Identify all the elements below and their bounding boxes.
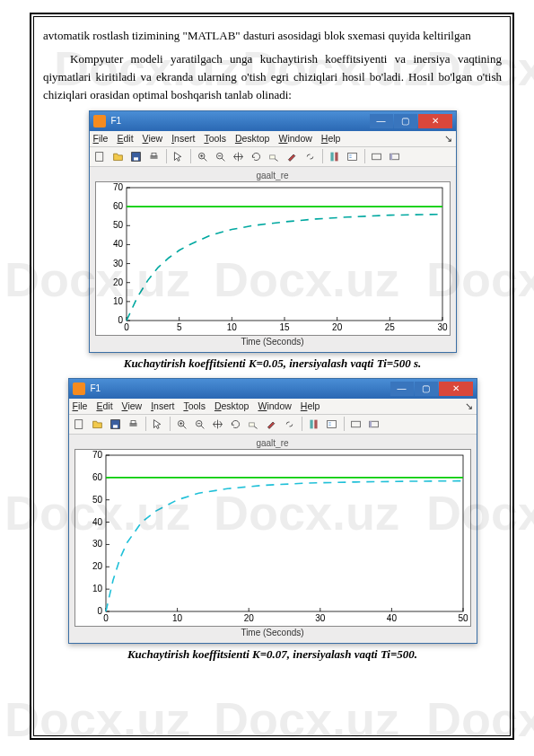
window-title: F1: [111, 116, 122, 126]
open-icon[interactable]: [90, 416, 106, 432]
svg-text:30: 30: [112, 258, 123, 268]
legend-icon[interactable]: [345, 148, 361, 164]
colorbar-icon[interactable]: [327, 148, 343, 164]
show-tools-icon[interactable]: [387, 148, 403, 164]
minimize-button[interactable]: —: [370, 114, 393, 128]
minimize-button[interactable]: —: [390, 382, 414, 396]
svg-rect-13: [390, 154, 392, 160]
link-icon[interactable]: [302, 148, 319, 164]
link-icon[interactable]: [282, 416, 298, 432]
menu-desktop[interactable]: Desktop: [235, 133, 270, 144]
menu-file[interactable]: File: [93, 133, 109, 144]
menu-desktop[interactable]: Desktop: [214, 400, 249, 411]
svg-text:20: 20: [332, 322, 343, 332]
menu-insert[interactable]: Insert: [151, 400, 174, 411]
hide-tools-icon[interactable]: [369, 148, 385, 164]
svg-text:70: 70: [112, 182, 123, 192]
paragraph: avtomatik rostlash tizimining "MATLAB" d…: [43, 27, 502, 45]
hide-tools-icon[interactable]: [348, 416, 364, 432]
toolbar: [90, 147, 456, 167]
svg-text:15: 15: [279, 322, 290, 332]
rotate-icon[interactable]: [228, 416, 244, 432]
svg-rect-10: [348, 153, 357, 160]
svg-rect-8: [330, 152, 333, 161]
close-button[interactable]: ✕: [439, 382, 473, 396]
svg-text:0: 0: [124, 322, 129, 332]
svg-rect-7: [270, 154, 276, 158]
help-icon[interactable]: ↘: [465, 400, 473, 412]
svg-rect-0: [96, 152, 103, 161]
menu-file[interactable]: File: [73, 400, 88, 411]
paragraph: Kompyuter modeli yaratilgach unga kuchay…: [43, 50, 502, 104]
menu-view[interactable]: View: [122, 400, 143, 411]
figure-caption: Kuchaytirish koeffitsienti K=0.07, iners…: [43, 647, 502, 662]
data-cursor-icon[interactable]: [267, 148, 283, 164]
colorbar-icon[interactable]: [306, 416, 322, 432]
zoom-in-icon[interactable]: [174, 416, 190, 432]
brush-icon[interactable]: [264, 416, 280, 432]
plot-title: gaalt_re: [74, 438, 471, 448]
svg-text:5: 5: [176, 322, 181, 332]
save-icon[interactable]: [108, 416, 124, 432]
show-tools-icon[interactable]: [366, 416, 382, 432]
pointer-icon[interactable]: [171, 148, 187, 164]
x-axis-label: Time (Seconds): [74, 628, 471, 637]
menu-help[interactable]: Help: [321, 133, 341, 144]
legend-icon[interactable]: [324, 416, 340, 432]
save-icon[interactable]: [128, 148, 144, 164]
svg-text:20: 20: [92, 561, 102, 571]
plot-container: gaalt_re 01020304050010203040506070 Time…: [69, 435, 477, 643]
titlebar[interactable]: F1 — ▢ ✕: [69, 379, 477, 399]
maximize-button[interactable]: ▢: [394, 114, 417, 128]
menu-tools[interactable]: Tools: [183, 400, 206, 411]
svg-text:20: 20: [243, 613, 254, 623]
new-figure-icon[interactable]: [72, 416, 88, 432]
titlebar[interactable]: F1 — ▢ ✕: [90, 111, 456, 131]
menu-view[interactable]: View: [143, 133, 163, 144]
zoom-out-icon[interactable]: [192, 416, 208, 432]
new-figure-icon[interactable]: [92, 148, 109, 164]
menu-window[interactable]: Window: [258, 400, 291, 411]
svg-rect-2: [134, 157, 138, 160]
menu-insert[interactable]: Insert: [171, 133, 195, 144]
plot-container: gaalt_re 051015202530010203040506070 Tim…: [90, 167, 456, 352]
toolbar: [69, 415, 477, 435]
brush-icon[interactable]: [285, 148, 301, 164]
svg-text:70: 70: [92, 450, 102, 460]
svg-text:30: 30: [92, 539, 102, 549]
svg-rect-53: [310, 419, 312, 428]
pan-icon[interactable]: [231, 148, 247, 164]
menu-edit[interactable]: Edit: [117, 133, 133, 144]
svg-text:0: 0: [97, 606, 102, 616]
open-icon[interactable]: [110, 148, 127, 164]
rotate-icon[interactable]: [249, 148, 265, 164]
print-icon[interactable]: [126, 416, 142, 432]
help-icon[interactable]: ↘: [444, 133, 452, 145]
close-button[interactable]: ✕: [418, 114, 452, 128]
svg-text:40: 40: [92, 516, 102, 526]
svg-text:60: 60: [112, 201, 123, 211]
menu-edit[interactable]: Edit: [96, 400, 112, 411]
pan-icon[interactable]: [210, 416, 226, 432]
plot-axes[interactable]: 01020304050010203040506070: [74, 449, 471, 627]
menu-window[interactable]: Window: [278, 133, 311, 144]
menubar: File Edit View Insert Tools Desktop Wind…: [90, 131, 456, 147]
matlab-icon: [93, 115, 106, 127]
matlab-figure-window: F1 — ▢ ✕ File Edit View Insert Tools Des…: [68, 378, 477, 644]
menu-help[interactable]: Help: [301, 400, 320, 411]
svg-text:30: 30: [315, 613, 326, 623]
svg-rect-55: [328, 420, 337, 427]
svg-text:50: 50: [458, 613, 468, 623]
svg-rect-9: [335, 152, 337, 161]
menu-tools[interactable]: Tools: [204, 133, 226, 144]
plot-title: gaalt_re: [95, 171, 451, 180]
print-icon[interactable]: [146, 148, 162, 164]
zoom-out-icon[interactable]: [213, 148, 229, 164]
svg-text:25: 25: [384, 322, 395, 332]
maximize-button[interactable]: ▢: [415, 382, 438, 396]
plot-axes[interactable]: 051015202530010203040506070: [95, 181, 451, 336]
data-cursor-icon[interactable]: [246, 416, 262, 432]
pointer-icon[interactable]: [150, 416, 166, 432]
svg-rect-59: [106, 455, 463, 611]
zoom-in-icon[interactable]: [195, 148, 211, 164]
